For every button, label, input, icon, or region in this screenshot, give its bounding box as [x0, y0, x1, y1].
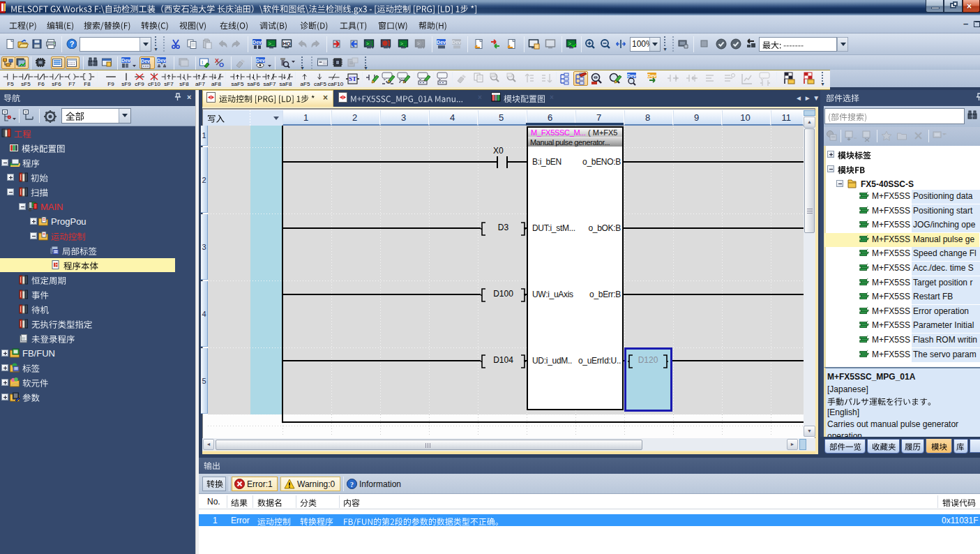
svg-text:I: I: [202, 59, 203, 66]
svg-text:>_: >_: [269, 41, 275, 47]
svg-text:Dev: Dev: [452, 40, 461, 45]
svg-text:HQ: HQ: [282, 40, 290, 47]
svg-text:Dev: Dev: [252, 40, 262, 45]
svg-text:?: ?: [70, 40, 75, 48]
svg-text:Dev: Dev: [157, 58, 166, 63]
svg-text:Dev: Dev: [121, 58, 130, 63]
svg-text:Dev: Dev: [647, 73, 656, 78]
svg-text:Dev: Dev: [141, 59, 150, 63]
svg-text:Dev: Dev: [627, 73, 636, 78]
svg-text:ST: ST: [349, 75, 356, 82]
svg-text:Dev: Dev: [437, 40, 446, 45]
svg-text:?: ?: [350, 481, 354, 488]
svg-text:O: O: [219, 61, 224, 68]
svg-text:Dev: Dev: [256, 58, 265, 63]
